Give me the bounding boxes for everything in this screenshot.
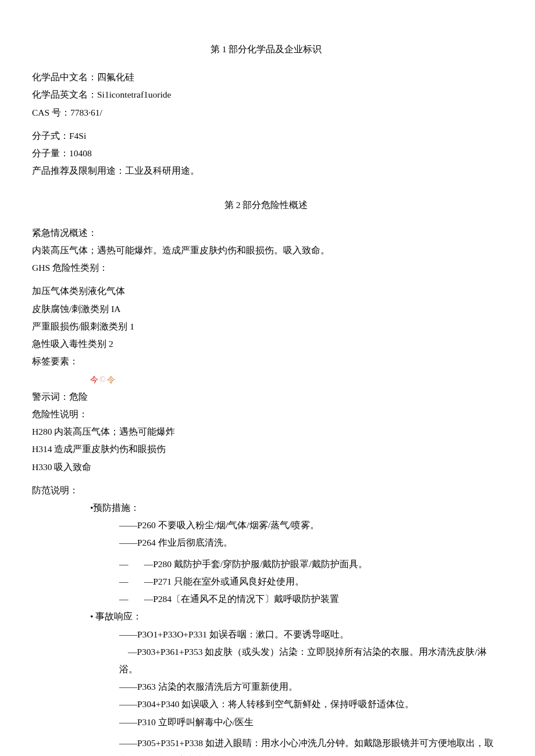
cas-value: 7783·61/ xyxy=(70,108,102,117)
h-statement: H280 内装高压气体；遇热可能爆炸 xyxy=(32,423,500,440)
prevention-label: •预防措施： xyxy=(32,499,500,517)
ghs-label: GHS 危险性类别： xyxy=(32,259,500,277)
prevention-item: — —P271 只能在室外或通风良好处使用。 xyxy=(32,573,500,590)
response-label: • 事故响应： xyxy=(32,608,500,625)
response-item: ——P310 立即呼叫解毒中心/医生 xyxy=(32,714,500,731)
mw-value: 10408 xyxy=(69,148,92,158)
dash-text: —P280 戴防护手套/穿防护服/戴防护眼罩/戴防护面具。 xyxy=(144,559,368,569)
ghs-item: 皮肤腐蚀/刺激类别 IA xyxy=(32,300,500,318)
pictogram-row: 今©令 xyxy=(90,371,116,388)
response-item: ——P304+P340 如误吸入：将人转移到空气新鲜处，保持呼吸舒适体位。 xyxy=(32,696,500,713)
response-item: ——P305+P351+P338 如进入眼睛：用水小心冲洗几分钟。如戴隐形眼镜并… xyxy=(32,734,500,752)
ghs-item: 严重眼损伤/眼刺激类别 1 xyxy=(32,318,500,335)
ghs-item: 加压气体类别液化气体 xyxy=(32,282,500,300)
use-label: 产品推荐及限制用途： xyxy=(32,166,125,175)
pictogram-icon: 令 xyxy=(107,372,115,388)
name-en-row: 化学品英文名：Si1icontetraf1uoride xyxy=(32,86,500,103)
emergency-label: 紧急情况概述： xyxy=(32,224,500,242)
cas-label: CAS 号： xyxy=(32,108,70,117)
prevention-item: — —P280 戴防护手套/穿防护服/戴防护眼罩/戴防护面具。 xyxy=(32,556,500,573)
signal-value: 危险 xyxy=(69,392,88,402)
name-en-label: 化学品英文名： xyxy=(32,89,97,99)
hazard-label: 危险性说明： xyxy=(32,406,500,423)
dash-text: —P271 只能在室外或通风良好处使用。 xyxy=(144,576,304,586)
prevention-item: ——P264 作业后彻底清洗。 xyxy=(32,534,500,551)
dash-text: —P284〔在通风不足的情况下〕戴呼吸防护装置 xyxy=(144,594,339,604)
response-item-cont: 出隐形眼镜。继续冲洗。 xyxy=(32,752,500,756)
mw-row: 分子量：10408 xyxy=(32,145,500,162)
pictogram-icon: © xyxy=(99,372,106,388)
name-en-value: Si1icontetraf1uoride xyxy=(97,89,171,99)
mw-label: 分子量： xyxy=(32,148,69,158)
dash-prefix: — xyxy=(119,594,129,604)
formula-row: 分子式：F4Si xyxy=(32,127,500,145)
formula-value: F4Si xyxy=(69,131,86,141)
cas-row: CAS 号：7783·61/ xyxy=(32,104,500,121)
h-statement: H314 造成严重皮肤灼伤和眼损伤 xyxy=(32,440,500,458)
h-statement: H330 吸入致命 xyxy=(32,458,500,476)
section-2-title: 第 2 部分危险性概述 xyxy=(32,196,500,214)
name-cn-row: 化学品中文名：四氟化硅 xyxy=(32,69,500,86)
pictogram-icon: 今 xyxy=(90,372,98,388)
prevention-item: — —P284〔在通风不足的情况下〕戴呼吸防护装置 xyxy=(32,590,500,608)
response-item: ——P363 沾染的衣服清洗后方可重新使用。 xyxy=(32,678,500,696)
dash-prefix: — xyxy=(119,576,129,586)
name-cn-label: 化学品中文名： xyxy=(32,72,97,82)
signal-row: 警示词：危险 xyxy=(32,388,500,406)
response-item: ——P3O1+P33O+P331 如误吞咽：漱口。不要诱导呕吐。 xyxy=(32,626,500,643)
response-item: —P303+P361+P353 如皮肤（或头发）沾染：立即脱掉所有沾染的衣服。用… xyxy=(32,643,500,661)
emergency-text: 内装高压气体；遇热可能爆炸。造成严重皮肤灼伤和眼损伤。吸入致命。 xyxy=(32,242,500,259)
section-1-title: 第 1 部分化学品及企业标识 xyxy=(32,41,500,58)
name-cn-value: 四氟化硅 xyxy=(97,72,134,82)
ghs-item: 急性吸入毒性类别 2 xyxy=(32,335,500,353)
response-item-cont: 浴。 xyxy=(32,661,500,678)
dash-prefix: — xyxy=(119,559,129,569)
use-row: 产品推荐及限制用途：工业及科研用途。 xyxy=(32,162,500,180)
formula-label: 分子式： xyxy=(32,131,69,141)
use-value: 工业及科研用途。 xyxy=(125,166,199,175)
label-elements: 标签要素： xyxy=(32,353,500,370)
prevention-item: ——P260 不要吸入粉尘/烟/气体/烟雾/蒸气/喷雾。 xyxy=(32,517,500,534)
signal-label: 警示词： xyxy=(32,392,69,402)
precaution-label: 防范说明： xyxy=(32,482,500,499)
